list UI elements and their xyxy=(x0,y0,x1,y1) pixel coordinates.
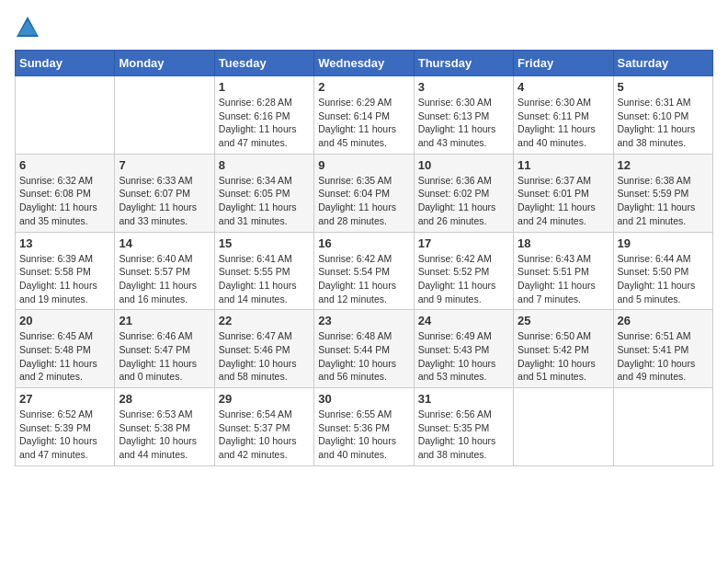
day-number: 26 xyxy=(618,314,709,327)
day-info: Sunrise: 6:34 AMSunset: 6:05 PMDaylight:… xyxy=(219,174,310,228)
calendar-table: SundayMondayTuesdayWednesdayThursdayFrid… xyxy=(15,50,713,466)
day-info: Sunrise: 6:47 AMSunset: 5:46 PMDaylight:… xyxy=(219,329,310,384)
calendar-cell: 11Sunrise: 6:37 AMSunset: 6:01 PMDayligh… xyxy=(514,154,613,232)
calendar-cell: 4Sunrise: 6:30 AMSunset: 6:11 PMDaylight… xyxy=(514,76,613,155)
day-info: Sunrise: 6:53 AMSunset: 5:38 PMDaylight:… xyxy=(119,408,210,462)
day-info: Sunrise: 6:30 AMSunset: 6:11 PMDaylight:… xyxy=(518,96,609,150)
day-info: Sunrise: 6:31 AMSunset: 6:10 PMDaylight:… xyxy=(618,96,709,150)
day-info: Sunrise: 6:37 AMSunset: 6:01 PMDaylight:… xyxy=(518,174,609,228)
day-number: 28 xyxy=(119,392,210,406)
calendar-cell xyxy=(16,76,115,155)
calendar-cell: 30Sunrise: 6:55 AMSunset: 5:36 PMDayligh… xyxy=(314,388,414,466)
day-number: 29 xyxy=(219,392,310,406)
day-number: 18 xyxy=(518,236,609,250)
calendar-cell: 8Sunrise: 6:34 AMSunset: 6:05 PMDaylight… xyxy=(214,154,313,232)
header-wednesday: Wednesday xyxy=(314,51,414,76)
calendar-cell xyxy=(514,388,613,466)
calendar-cell: 27Sunrise: 6:52 AMSunset: 5:39 PMDayligh… xyxy=(16,388,115,466)
calendar-cell: 12Sunrise: 6:38 AMSunset: 5:59 PMDayligh… xyxy=(613,154,712,232)
header-saturday: Saturday xyxy=(613,51,712,76)
day-number: 11 xyxy=(518,158,609,172)
day-number: 7 xyxy=(119,158,210,172)
day-number: 2 xyxy=(318,80,409,94)
calendar-cell: 2Sunrise: 6:29 AMSunset: 6:14 PMDaylight… xyxy=(314,76,414,155)
day-info: Sunrise: 6:28 AMSunset: 6:16 PMDaylight:… xyxy=(219,96,310,150)
day-number: 5 xyxy=(618,80,709,94)
calendar-week-row: 13Sunrise: 6:39 AMSunset: 5:58 PMDayligh… xyxy=(16,232,713,310)
day-number: 4 xyxy=(518,80,609,94)
day-info: Sunrise: 6:49 AMSunset: 5:43 PMDaylight:… xyxy=(418,329,509,384)
header-tuesday: Tuesday xyxy=(214,51,313,76)
day-number: 30 xyxy=(318,392,409,406)
calendar-cell: 7Sunrise: 6:33 AMSunset: 6:07 PMDaylight… xyxy=(115,154,214,232)
calendar-cell: 6Sunrise: 6:32 AMSunset: 6:08 PMDaylight… xyxy=(16,154,115,232)
calendar-cell: 25Sunrise: 6:50 AMSunset: 5:42 PMDayligh… xyxy=(514,310,613,388)
day-number: 1 xyxy=(219,80,310,94)
day-info: Sunrise: 6:40 AMSunset: 5:57 PMDaylight:… xyxy=(119,252,210,306)
day-number: 23 xyxy=(318,314,409,327)
day-number: 16 xyxy=(318,236,409,250)
calendar-header-row: SundayMondayTuesdayWednesdayThursdayFrid… xyxy=(16,51,713,76)
day-number: 8 xyxy=(219,158,310,172)
calendar-cell: 3Sunrise: 6:30 AMSunset: 6:13 PMDaylight… xyxy=(414,76,513,155)
day-info: Sunrise: 6:44 AMSunset: 5:50 PMDaylight:… xyxy=(618,252,709,306)
day-info: Sunrise: 6:42 AMSunset: 5:52 PMDaylight:… xyxy=(418,252,509,306)
day-info: Sunrise: 6:48 AMSunset: 5:44 PMDaylight:… xyxy=(318,329,409,384)
calendar-cell: 21Sunrise: 6:46 AMSunset: 5:47 PMDayligh… xyxy=(115,310,214,388)
day-info: Sunrise: 6:54 AMSunset: 5:37 PMDaylight:… xyxy=(219,408,310,462)
day-number: 19 xyxy=(618,236,709,250)
calendar-cell: 18Sunrise: 6:43 AMSunset: 5:51 PMDayligh… xyxy=(514,232,613,310)
day-info: Sunrise: 6:46 AMSunset: 5:47 PMDaylight:… xyxy=(119,329,210,384)
day-info: Sunrise: 6:55 AMSunset: 5:36 PMDaylight:… xyxy=(318,408,409,462)
calendar-cell: 20Sunrise: 6:45 AMSunset: 5:48 PMDayligh… xyxy=(16,310,115,388)
day-number: 31 xyxy=(418,392,509,406)
day-info: Sunrise: 6:50 AMSunset: 5:42 PMDaylight:… xyxy=(518,329,609,384)
calendar-cell xyxy=(115,76,214,155)
calendar-cell: 29Sunrise: 6:54 AMSunset: 5:37 PMDayligh… xyxy=(214,388,313,466)
calendar-cell: 13Sunrise: 6:39 AMSunset: 5:58 PMDayligh… xyxy=(16,232,115,310)
calendar-cell: 16Sunrise: 6:42 AMSunset: 5:54 PMDayligh… xyxy=(314,232,414,310)
day-number: 6 xyxy=(19,158,110,172)
calendar-cell: 15Sunrise: 6:41 AMSunset: 5:55 PMDayligh… xyxy=(214,232,313,310)
day-info: Sunrise: 6:45 AMSunset: 5:48 PMDaylight:… xyxy=(19,329,110,384)
logo xyxy=(15,15,44,40)
day-number: 21 xyxy=(119,314,210,327)
day-info: Sunrise: 6:29 AMSunset: 6:14 PMDaylight:… xyxy=(318,96,409,150)
calendar-cell: 22Sunrise: 6:47 AMSunset: 5:46 PMDayligh… xyxy=(214,310,313,388)
calendar-cell: 10Sunrise: 6:36 AMSunset: 6:02 PMDayligh… xyxy=(414,154,513,232)
svg-marker-1 xyxy=(18,20,37,35)
day-info: Sunrise: 6:41 AMSunset: 5:55 PMDaylight:… xyxy=(219,252,310,306)
header-sunday: Sunday xyxy=(16,51,115,76)
calendar-cell: 14Sunrise: 6:40 AMSunset: 5:57 PMDayligh… xyxy=(115,232,214,310)
day-number: 9 xyxy=(318,158,409,172)
header-monday: Monday xyxy=(115,51,214,76)
day-info: Sunrise: 6:30 AMSunset: 6:13 PMDaylight:… xyxy=(418,96,509,150)
day-info: Sunrise: 6:32 AMSunset: 6:08 PMDaylight:… xyxy=(19,174,110,228)
header-thursday: Thursday xyxy=(414,51,513,76)
day-number: 25 xyxy=(518,314,609,327)
day-info: Sunrise: 6:36 AMSunset: 6:02 PMDaylight:… xyxy=(418,174,509,228)
day-info: Sunrise: 6:42 AMSunset: 5:54 PMDaylight:… xyxy=(318,252,409,306)
day-number: 10 xyxy=(418,158,509,172)
day-number: 13 xyxy=(19,236,110,250)
day-number: 15 xyxy=(219,236,310,250)
day-number: 24 xyxy=(418,314,509,327)
day-info: Sunrise: 6:38 AMSunset: 5:59 PMDaylight:… xyxy=(618,174,709,228)
day-number: 12 xyxy=(618,158,709,172)
calendar-cell: 1Sunrise: 6:28 AMSunset: 6:16 PMDaylight… xyxy=(214,76,313,155)
day-number: 17 xyxy=(418,236,509,250)
calendar-week-row: 6Sunrise: 6:32 AMSunset: 6:08 PMDaylight… xyxy=(16,154,713,232)
calendar-cell: 9Sunrise: 6:35 AMSunset: 6:04 PMDaylight… xyxy=(314,154,414,232)
calendar-cell: 28Sunrise: 6:53 AMSunset: 5:38 PMDayligh… xyxy=(115,388,214,466)
day-number: 27 xyxy=(19,392,110,406)
day-info: Sunrise: 6:35 AMSunset: 6:04 PMDaylight:… xyxy=(318,174,409,228)
day-info: Sunrise: 6:52 AMSunset: 5:39 PMDaylight:… xyxy=(19,408,110,462)
calendar-cell xyxy=(613,388,712,466)
day-info: Sunrise: 6:43 AMSunset: 5:51 PMDaylight:… xyxy=(518,252,609,306)
page-header xyxy=(15,15,713,40)
day-info: Sunrise: 6:51 AMSunset: 5:41 PMDaylight:… xyxy=(618,329,709,384)
calendar-cell: 23Sunrise: 6:48 AMSunset: 5:44 PMDayligh… xyxy=(314,310,414,388)
calendar-week-row: 20Sunrise: 6:45 AMSunset: 5:48 PMDayligh… xyxy=(16,310,713,388)
day-number: 22 xyxy=(219,314,310,327)
header-friday: Friday xyxy=(514,51,613,76)
